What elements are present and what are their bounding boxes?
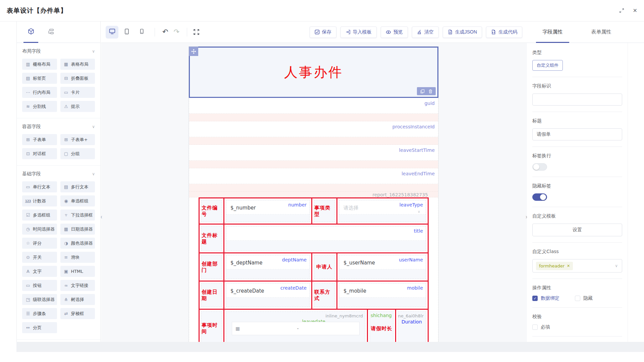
palette-item[interactable]: A文字 — [22, 266, 57, 277]
properties-tabs: 字段属性 表单属性 — [527, 21, 644, 43]
table-input-cell[interactable]: $_deptNamedeptName — [224, 253, 312, 281]
table-duration-cell[interactable]: ine_6ai0h8lrDuration — [396, 310, 428, 347]
palette-item[interactable]: ☑多选框组 — [22, 209, 57, 221]
rate-icon: ☆ — [25, 241, 31, 246]
remove-tag-icon[interactable]: ✕ — [567, 264, 570, 268]
palette-item[interactable]: ☆评分 — [22, 238, 57, 249]
table-daterange-cell[interactable]: inline_nym8mcrdleavedate▦- — [224, 310, 368, 347]
device-tablet-button[interactable] — [120, 26, 133, 39]
palette-item[interactable]: ◉单选框组 — [60, 195, 95, 206]
hidden-field-row[interactable]: guid — [189, 98, 438, 114]
palette-item[interactable]: ▭卡片 — [60, 87, 95, 98]
label-wrap-toggle[interactable] — [532, 163, 547, 171]
data-binding-checkbox[interactable]: ✓ 数据绑定 — [532, 295, 559, 301]
tab-outline[interactable] — [41, 21, 61, 43]
fullscreen-icon[interactable] — [193, 29, 200, 35]
table-input-cell[interactable]: $_createDatecreateDate — [224, 282, 312, 309]
table-input-cell[interactable]: $_userNameuserName — [337, 253, 428, 281]
palette-item[interactable]: ⋯行内布局 — [22, 87, 57, 98]
calendar-icon: ▦ — [235, 326, 240, 331]
class-select[interactable]: formheader ✕ ∨ — [532, 259, 622, 273]
table-select-cell[interactable]: 请选择leaveType∨ — [337, 198, 428, 224]
palette-item[interactable]: ▦表格布局 — [60, 59, 95, 70]
palette-item[interactable]: ▿下拉选择框 — [60, 209, 95, 221]
text-input[interactable] — [226, 227, 426, 241]
palette-item[interactable]: ▤多行文本 — [60, 181, 95, 192]
form-header-component[interactable]: 人事办件 — [189, 47, 438, 98]
toolbar-action-button[interactable]: 导入模板 — [340, 26, 377, 38]
palette-item[interactable]: ⊙开关 — [22, 252, 57, 263]
palette-item[interactable]: 123计数器 — [22, 195, 57, 206]
palette-item[interactable]: ⊡对话框 — [22, 148, 57, 159]
toolbar-action-button[interactable]: 清空 — [412, 26, 439, 38]
table-input-cell[interactable]: $_numbernumber — [224, 198, 312, 224]
palette-item[interactable]: ∞文字链接 — [60, 280, 95, 291]
palette-item[interactable]: ▤标签页 — [22, 73, 57, 84]
save-button[interactable]: 保存 — [310, 26, 336, 38]
settings-button[interactable]: 设置 — [532, 224, 622, 236]
palette-item[interactable]: ⊟折叠面板 — [60, 73, 95, 84]
binding-tag: mobile — [407, 285, 423, 291]
redo-button[interactable]: ↷ — [171, 28, 182, 36]
undo-button[interactable]: ↶ — [160, 28, 171, 36]
palette-item[interactable]: ≋分割线 — [22, 101, 57, 112]
tab-field-properties[interactable]: 字段属性 — [528, 21, 577, 43]
palette-item[interactable]: ⚠提示 — [60, 101, 95, 112]
palette-item[interactable]: ▢分组 — [60, 148, 95, 159]
palette-item[interactable]: ▥栅格布局 — [22, 59, 57, 70]
palette-item[interactable]: ≡滑块 — [60, 252, 95, 263]
binding-tag: createDate — [280, 285, 307, 291]
card-icon: ▭ — [63, 90, 69, 95]
title-input[interactable] — [532, 128, 622, 140]
hidden-checkbox[interactable]: ✓ 隐藏 — [575, 295, 593, 301]
collapse-left-panel-handle[interactable]: ‹ — [101, 210, 104, 224]
palette-item[interactable]: ⋔树选择 — [60, 294, 95, 305]
delete-icon[interactable] — [428, 89, 433, 94]
import-icon — [345, 29, 351, 35]
slider-icon: ≡ — [63, 255, 69, 260]
palette-item[interactable]: ▣HTML — [60, 266, 95, 277]
hidden-field-row[interactable]: leaveStartTime — [189, 145, 438, 161]
pagination-icon: ↔ — [25, 325, 31, 330]
palette-item[interactable]: ◳级联选择器 — [22, 294, 57, 305]
close-icon[interactable]: ✕ — [633, 7, 637, 14]
table-input-cell[interactable]: $_mobilemobile — [337, 282, 428, 309]
daterange-picker[interactable]: ▦- — [232, 322, 360, 335]
section-title[interactable]: 基础字段∨ — [22, 171, 95, 177]
type-label: 类型 — [532, 50, 622, 56]
palette-item[interactable]: ⇄穿梭框 — [60, 308, 95, 319]
window-resize-icon[interactable] — [619, 8, 624, 13]
palette-item[interactable]: ☰步骤条 — [22, 308, 57, 319]
hidden-field-row[interactable]: leaveEndTime — [189, 168, 438, 184]
collapse-right-panel-handle[interactable]: › — [524, 210, 527, 224]
palette-item[interactable]: ◑颜色选择器 — [60, 238, 95, 249]
field-id-input[interactable] — [532, 94, 622, 106]
tab-form-properties[interactable]: 表单属性 — [577, 21, 626, 43]
hide-label-toggle[interactable] — [532, 193, 547, 201]
table-row: 文件编号$_numbernumber事项类型请选择leaveType∨ — [200, 198, 428, 225]
device-desktop-button[interactable] — [106, 26, 118, 39]
toolbar-action-button[interactable]: 生成代码 — [486, 26, 522, 38]
palette-item[interactable]: ↔分页 — [22, 322, 57, 333]
hidden-field-label: leaveStartTime — [399, 147, 435, 153]
section-title[interactable]: 布局字段∨ — [22, 48, 95, 54]
tab-components[interactable] — [21, 21, 41, 43]
palette-item[interactable]: ⊞子表单+ — [60, 134, 95, 145]
toolbar-action-button[interactable]: 预览 — [381, 26, 408, 38]
required-checkbox[interactable]: ✓ 必填 — [532, 324, 622, 330]
palette-item[interactable]: ▭单行文本 — [22, 181, 57, 192]
palette-item[interactable]: ◷时间选择器 — [22, 224, 57, 235]
field-label: 文件编号 — [202, 205, 221, 218]
move-handle[interactable] — [189, 47, 198, 56]
toolbar-action-button[interactable]: 生成JSON — [443, 26, 482, 38]
palette-item[interactable]: ▦日期选择器 — [60, 224, 95, 235]
section-title[interactable]: 容器字段∨ — [22, 124, 95, 130]
table-input-cell[interactable]: title — [224, 225, 428, 252]
palette-item[interactable]: ▭按钮 — [22, 280, 57, 291]
hidden-field-row[interactable]: processInstanceId — [189, 121, 438, 137]
binding-tag: number — [288, 202, 307, 207]
palette-item-label: 栅格布局 — [33, 61, 50, 67]
copy-icon[interactable] — [420, 89, 425, 94]
device-phone-button[interactable] — [135, 26, 148, 39]
palette-item[interactable]: ⊞子表单 — [22, 134, 57, 145]
